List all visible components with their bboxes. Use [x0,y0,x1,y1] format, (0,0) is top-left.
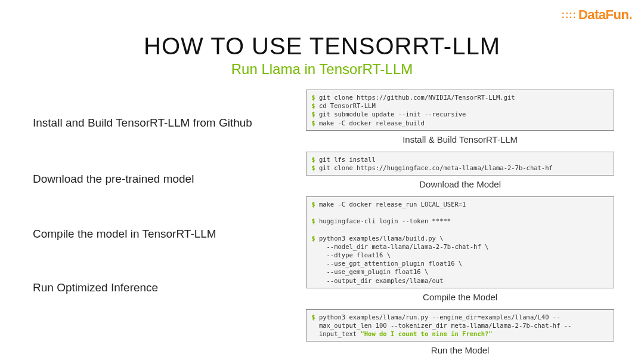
caption-run: Run the Model [306,345,614,355]
code-group-run: $ python3 examples/llama/run.py --engine… [306,309,614,356]
step-download: Download the pre-trained model [33,173,300,186]
steps-column: Install and Build TensorRT-LLM from Gith… [33,90,306,362]
step-compile: Compile the model in TensorRT-LLM [33,227,300,241]
code-group-install: $ git clone https://github.com/NVIDIA/Te… [306,90,614,144]
logo-suffix: . [628,7,632,23]
step-install: Install and Build TensorRT-LLM from Gith… [33,116,300,130]
page-title: HOW TO USE TENSORRT-LLM [0,33,644,60]
code-run: $ python3 examples/llama/run.py --engine… [306,309,614,342]
code-compile: $ make -C docker release_run LOCAL_USER=… [306,196,614,288]
page-subtitle: Run Llama in TensorRT-LLM [0,61,644,78]
code-download: $ git lfs install $ git clone https://hu… [306,152,614,176]
code-group-download: $ git lfs install $ git clone https://hu… [306,152,614,189]
code-group-compile: $ make -C docker release_run LOCAL_USER=… [306,196,614,302]
caption-compile: Compile the Model [306,292,614,302]
logo-text: DataFun [578,7,629,23]
code-install: $ git clone https://github.com/NVIDIA/Te… [306,90,614,131]
caption-install: Install & Build TensorRT-LLM [306,134,614,144]
logo-dots: :::: [562,12,577,18]
step-run: Run Optimized Inference [33,281,300,294]
logo: :::: DataFun . [562,7,632,23]
caption-download: Download the Model [306,179,614,189]
content-grid: Install and Build TensorRT-LLM from Gith… [0,90,644,362]
code-column: $ git clone https://github.com/NVIDIA/Te… [306,90,614,362]
